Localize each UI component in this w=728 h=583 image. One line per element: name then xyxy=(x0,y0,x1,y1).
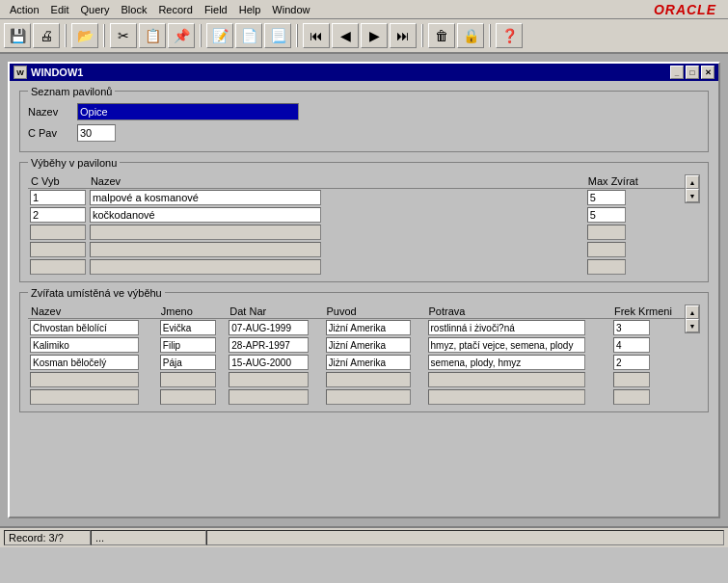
vybehy-input-cvyb[interactable] xyxy=(30,207,86,223)
zvirata-row xyxy=(28,336,685,354)
vybehy-input-maxzv[interactable] xyxy=(587,259,626,275)
paste-button[interactable]: 📌 xyxy=(168,23,195,48)
nazev-label: Nazev xyxy=(28,106,71,118)
zvirata-input-jmeno[interactable] xyxy=(160,389,216,405)
zvirata-input-nazev[interactable] xyxy=(30,337,139,353)
vybehy-input-maxzv[interactable] xyxy=(587,190,626,205)
menu-record[interactable]: Record xyxy=(152,2,198,17)
zvirata-scroll-down[interactable]: ▼ xyxy=(686,319,699,332)
zvirata-input-frek[interactable] xyxy=(613,337,650,353)
zvirata-input-nazev[interactable] xyxy=(30,320,139,335)
vybehy-input-nazev[interactable] xyxy=(90,225,321,240)
menu-query[interactable]: Query xyxy=(75,2,116,17)
nazev-input[interactable] xyxy=(77,103,299,120)
zvirata-input-jmeno[interactable] xyxy=(160,355,216,370)
vybehy-input-maxzv[interactable] xyxy=(587,207,626,223)
zvirata-input-dat[interactable] xyxy=(229,355,309,370)
zvirata-cell-nazev xyxy=(28,354,158,371)
zvirata-input-frek[interactable] xyxy=(613,372,650,387)
zvirata-scrollbar[interactable]: ▲ ▼ xyxy=(685,305,700,333)
zvirata-col-dat: Dat Nar xyxy=(227,305,323,319)
zvirata-scroll-wrapper: Nazev Jmeno Dat Nar Puvod Potrava Frek K… xyxy=(28,305,685,406)
copy-button[interactable]: 📋 xyxy=(139,23,166,48)
zvirata-cell-dat xyxy=(227,354,323,371)
zvirata-input-dat[interactable] xyxy=(229,320,309,335)
zvirata-input-puvod[interactable] xyxy=(326,372,411,387)
zvirata-input-potrava[interactable] xyxy=(428,355,585,370)
menu-field[interactable]: Field xyxy=(199,2,233,17)
minimize-button[interactable]: _ xyxy=(670,66,684,79)
vybehy-input-nazev[interactable] xyxy=(90,190,321,205)
zvirata-input-puvod[interactable] xyxy=(326,389,411,405)
next-button[interactable]: ▶ xyxy=(361,23,388,48)
toolbar-separator-3 xyxy=(200,24,202,47)
zvirata-input-potrava[interactable] xyxy=(428,320,585,335)
toolbar-separator-4 xyxy=(296,24,298,47)
vybehy-cell-maxzv xyxy=(585,189,685,207)
vybehy-col-cvyb: C Vyb xyxy=(28,174,88,189)
lock-button[interactable]: 🔒 xyxy=(457,23,484,48)
zvirata-table: Nazev Jmeno Dat Nar Puvod Potrava Frek K… xyxy=(28,305,685,406)
zvirata-input-puvod[interactable] xyxy=(326,337,411,353)
maximize-button[interactable]: □ xyxy=(686,66,699,79)
vybehy-input-nazev[interactable] xyxy=(90,242,321,257)
first-button[interactable]: ⏮ xyxy=(303,23,330,48)
help-button[interactable]: ❓ xyxy=(496,23,523,48)
edit2-button[interactable]: 📄 xyxy=(235,23,262,48)
vybehy-cell-maxzv xyxy=(585,258,685,276)
menu-block[interactable]: Block xyxy=(116,2,153,17)
vybehy-cell-cvyb xyxy=(28,258,88,276)
open-button[interactable]: 📂 xyxy=(71,23,98,48)
vybehy-input-cvyb[interactable] xyxy=(30,190,86,205)
edit1-button[interactable]: 📝 xyxy=(206,23,233,48)
zvirata-input-nazev[interactable] xyxy=(30,355,139,370)
zvirata-col-potrava: Potrava xyxy=(426,305,611,319)
status-record: Record: 3/? xyxy=(4,530,91,545)
menu-action[interactable]: Action xyxy=(4,2,45,17)
zvirata-input-dat[interactable] xyxy=(229,372,309,387)
vybehy-scroll-up[interactable]: ▲ xyxy=(686,175,699,189)
zvirata-input-nazev[interactable] xyxy=(30,372,139,387)
zvirata-input-frek[interactable] xyxy=(613,320,650,335)
zvirata-scroll-up[interactable]: ▲ xyxy=(686,305,699,319)
zvirata-input-potrava[interactable] xyxy=(428,337,585,353)
zvirata-input-jmeno[interactable] xyxy=(160,320,216,335)
delete-button[interactable]: 🗑 xyxy=(428,23,455,48)
edit3-button[interactable]: 📃 xyxy=(264,23,291,48)
menu-window[interactable]: Window xyxy=(266,2,315,17)
save-button[interactable]: 💾 xyxy=(4,23,31,48)
zvirata-input-jmeno[interactable] xyxy=(160,372,216,387)
vybehy-input-cvyb[interactable] xyxy=(30,242,86,257)
vybehy-input-nazev[interactable] xyxy=(90,207,321,223)
vybehy-input-maxzv[interactable] xyxy=(587,225,626,240)
cut-button[interactable]: ✂ xyxy=(110,23,137,48)
menu-edit[interactable]: Edit xyxy=(45,2,75,17)
zvirata-cell-potrava xyxy=(426,336,611,354)
cpav-input[interactable] xyxy=(77,124,116,142)
vybehy-cell-maxzv xyxy=(585,206,685,224)
print-button[interactable]: 🖨 xyxy=(33,23,60,48)
vybehy-input-cvyb[interactable] xyxy=(30,225,86,240)
zvirata-input-jmeno[interactable] xyxy=(160,337,216,353)
vybehy-input-cvyb[interactable] xyxy=(30,259,86,275)
vybehy-input-nazev[interactable] xyxy=(90,259,321,275)
zvirata-input-puvod[interactable] xyxy=(326,355,411,370)
zvirata-input-dat[interactable] xyxy=(229,337,309,353)
zvirata-input-nazev[interactable] xyxy=(30,389,139,405)
vybehy-scrollbar[interactable]: ▲ ▼ xyxy=(685,174,700,203)
prev-button[interactable]: ◀ xyxy=(332,23,359,48)
vybehy-cell-nazev xyxy=(88,189,585,207)
zvirata-input-frek[interactable] xyxy=(613,355,650,370)
last-button[interactable]: ⏭ xyxy=(390,23,417,48)
zvirata-cell-frek xyxy=(611,319,685,337)
zvirata-input-puvod[interactable] xyxy=(326,320,411,335)
zvirata-input-potrava[interactable] xyxy=(428,372,585,387)
zvirata-input-frek[interactable] xyxy=(613,389,650,405)
menu-help[interactable]: Help xyxy=(233,2,267,17)
vybehy-input-maxzv[interactable] xyxy=(587,242,626,257)
vybehy-scroll-down[interactable]: ▼ xyxy=(686,189,699,202)
zvirata-input-potrava[interactable] xyxy=(428,389,585,405)
zvirata-input-dat[interactable] xyxy=(229,389,309,405)
zvirata-cell-dat xyxy=(227,319,323,337)
close-button[interactable]: ✕ xyxy=(701,66,715,79)
